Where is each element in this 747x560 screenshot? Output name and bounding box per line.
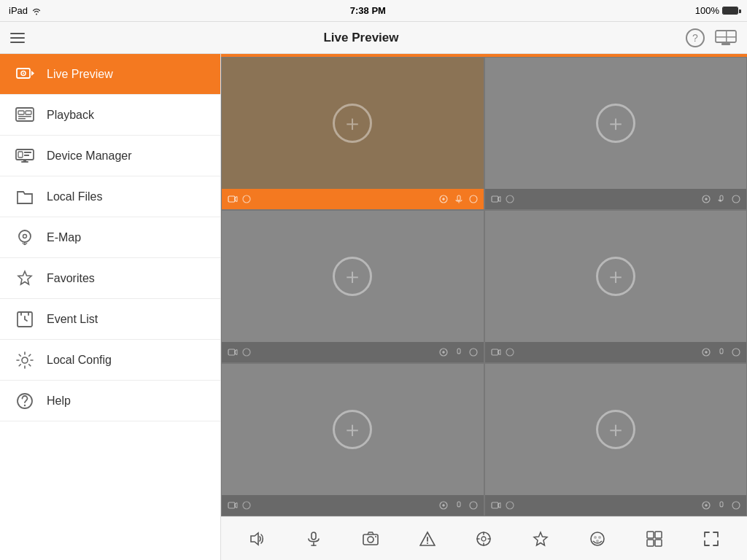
ctrl-right-2 bbox=[701, 194, 740, 204]
add-camera-icon-5: ＋ bbox=[333, 410, 372, 449]
grid-toolbar-icon bbox=[646, 531, 662, 547]
camera-cell-6[interactable]: ＋ bbox=[484, 363, 748, 516]
camera-small-icon-2 bbox=[491, 194, 501, 204]
camera-view-6: ＋ bbox=[485, 364, 747, 495]
star-toolbar-icon bbox=[533, 531, 549, 547]
sidebar-item-device-manager[interactable]: Device Manager bbox=[0, 136, 220, 176]
sidebar-label-help: Help bbox=[47, 394, 71, 408]
toolbar-ptz-button[interactable] bbox=[468, 523, 500, 555]
sidebar-item-local-config[interactable]: Local Config bbox=[0, 340, 220, 381]
svg-marker-5 bbox=[31, 71, 34, 76]
camera-controls-1 bbox=[222, 189, 484, 209]
svg-marker-60 bbox=[235, 503, 237, 508]
camera-cell-1[interactable]: ＋ bbox=[221, 57, 484, 210]
camera-controls-5 bbox=[222, 495, 484, 516]
speaker-toolbar-icon bbox=[249, 531, 265, 547]
toolbar-snapshot-button[interactable] bbox=[355, 523, 387, 555]
svg-marker-75 bbox=[251, 533, 258, 545]
svg-point-7 bbox=[23, 72, 24, 74]
svg-point-61 bbox=[243, 502, 250, 509]
device-name: iPad bbox=[9, 5, 41, 16]
content-area: ＋ ＋ bbox=[221, 54, 747, 560]
toolbar-fullscreen-button[interactable] bbox=[695, 523, 727, 555]
sidebar-label-playback: Playback bbox=[47, 109, 94, 122]
screen-layout-button[interactable] bbox=[715, 30, 737, 46]
camera-cell-4[interactable]: ＋ bbox=[484, 210, 748, 363]
camera-controls-4 bbox=[485, 342, 747, 362]
sidebar-item-live-preview[interactable]: Live Preview bbox=[0, 54, 220, 95]
sidebar-item-event-list[interactable]: Event List bbox=[0, 299, 220, 340]
sidebar-item-help[interactable]: Help bbox=[0, 381, 220, 421]
svg-rect-98 bbox=[647, 540, 654, 546]
e-map-icon bbox=[15, 228, 35, 248]
menu-button[interactable] bbox=[10, 33, 36, 43]
bottom-toolbar bbox=[221, 516, 747, 560]
sidebar-item-favorites[interactable]: Favorites bbox=[0, 258, 220, 299]
svg-point-95 bbox=[596, 540, 599, 542]
svg-rect-15 bbox=[24, 152, 31, 153]
svg-rect-10 bbox=[26, 111, 31, 114]
svg-rect-35 bbox=[492, 196, 498, 202]
favorites-icon bbox=[15, 268, 35, 289]
sidebar-item-e-map[interactable]: E-Map bbox=[0, 217, 220, 258]
status-bar: iPad 7:38 PM 100% bbox=[0, 0, 747, 22]
sidebar: Live Preview Playback bbox=[0, 54, 221, 560]
svg-point-25 bbox=[24, 404, 26, 405]
svg-rect-96 bbox=[647, 532, 654, 538]
svg-point-42 bbox=[732, 195, 740, 203]
zoom-icon-2 bbox=[701, 194, 711, 204]
svg-rect-12 bbox=[18, 118, 26, 120]
svg-rect-11 bbox=[18, 116, 31, 117]
toolbar-grid-button[interactable] bbox=[638, 523, 670, 555]
svg-rect-97 bbox=[655, 532, 662, 538]
svg-rect-76 bbox=[311, 532, 316, 540]
event-list-icon bbox=[15, 309, 35, 330]
svg-rect-49 bbox=[457, 349, 460, 354]
sidebar-label-local-files: Local Files bbox=[47, 190, 102, 203]
ctrl-right-5 bbox=[438, 500, 478, 510]
svg-rect-9 bbox=[18, 111, 24, 114]
sidebar-label-favorites: Favorites bbox=[47, 272, 95, 285]
device-manager-icon bbox=[15, 146, 35, 166]
status-time: 7:38 PM bbox=[350, 5, 386, 16]
svg-marker-27 bbox=[235, 197, 237, 202]
sidebar-item-local-files[interactable]: Local Files bbox=[0, 176, 220, 217]
camera-cell-2[interactable]: ＋ bbox=[484, 57, 748, 210]
ctrl-right-4 bbox=[701, 347, 740, 357]
svg-rect-99 bbox=[655, 540, 662, 546]
title-bar: Live Preview ? bbox=[0, 22, 747, 54]
sidebar-label-event-list: Event List bbox=[47, 313, 98, 326]
toolbar-microphone-button[interactable] bbox=[298, 523, 330, 555]
sidebar-item-playback[interactable]: Playback bbox=[0, 95, 220, 136]
toolbar-alert-button[interactable] bbox=[411, 523, 444, 555]
ctrl-right-3 bbox=[438, 347, 478, 357]
camera-cell-3[interactable]: ＋ bbox=[221, 210, 484, 363]
help-button[interactable]: ? bbox=[686, 28, 705, 47]
svg-rect-14 bbox=[18, 152, 23, 158]
camera-view-4: ＋ bbox=[485, 211, 747, 342]
svg-rect-16 bbox=[24, 155, 29, 156]
svg-rect-17 bbox=[21, 161, 28, 163]
toolbar-favorites-button[interactable] bbox=[525, 523, 557, 555]
local-files-icon bbox=[15, 187, 35, 207]
svg-point-80 bbox=[368, 537, 374, 542]
playback-icon bbox=[15, 105, 35, 125]
svg-marker-21 bbox=[18, 271, 31, 284]
ctrl-left-1 bbox=[228, 194, 251, 204]
svg-point-94 bbox=[598, 536, 601, 539]
toolbar-speaker-button[interactable] bbox=[241, 523, 273, 555]
svg-rect-3 bbox=[721, 43, 730, 45]
svg-point-19 bbox=[19, 230, 31, 242]
camera-cell-5[interactable]: ＋ bbox=[221, 363, 484, 516]
main-layout: Live Preview Playback bbox=[0, 54, 747, 560]
svg-point-20 bbox=[23, 234, 27, 238]
toolbar-color-button[interactable] bbox=[581, 523, 614, 555]
add-camera-icon-3: ＋ bbox=[333, 257, 372, 296]
ptz-toolbar-icon bbox=[476, 531, 492, 547]
svg-point-84 bbox=[427, 542, 428, 544]
svg-point-86 bbox=[481, 537, 486, 541]
ctrl-left-4 bbox=[491, 347, 514, 357]
add-camera-icon-2: ＋ bbox=[596, 104, 635, 143]
mic-icon-2 bbox=[717, 195, 726, 203]
ctrl-left-6 bbox=[491, 500, 514, 510]
